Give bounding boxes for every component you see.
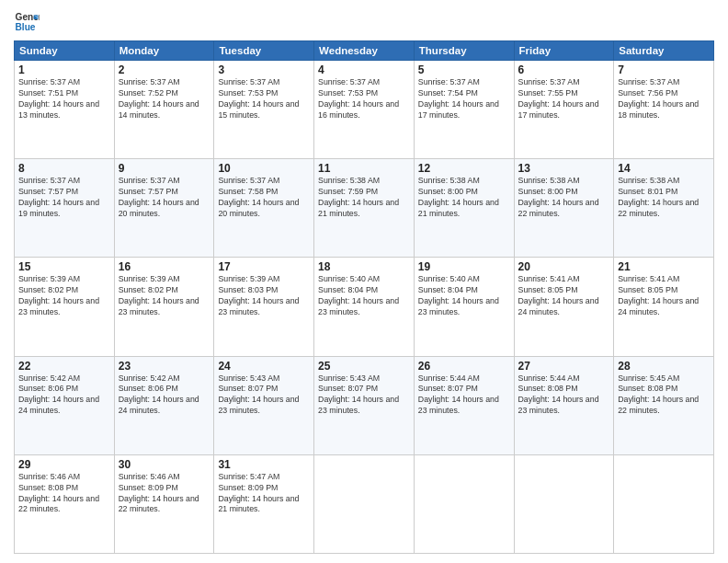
cell-day-number: 31 xyxy=(218,458,310,471)
cell-day-number: 29 xyxy=(18,458,110,471)
cell-details: Sunrise: 5:40 AMSunset: 8:04 PMDaylight:… xyxy=(418,274,510,318)
cell-details: Sunrise: 5:45 AMSunset: 8:08 PMDaylight:… xyxy=(618,373,710,418)
empty-cell xyxy=(514,454,614,553)
cell-day-number: 4 xyxy=(318,63,410,76)
calendar-cell-4: 4Sunrise: 5:37 AMSunset: 7:53 PMDaylight… xyxy=(314,61,415,159)
empty-cell xyxy=(614,454,714,553)
calendar-cell-18: 18Sunrise: 5:40 AMSunset: 8:04 PMDayligh… xyxy=(314,258,415,356)
day-header-saturday: Saturday xyxy=(614,41,714,61)
cell-day-number: 8 xyxy=(18,162,110,175)
cell-details: Sunrise: 5:38 AMSunset: 8:01 PMDaylight:… xyxy=(618,176,710,220)
calendar-cell-20: 20Sunrise: 5:41 AMSunset: 8:05 PMDayligh… xyxy=(514,258,614,356)
logo-icon: General Blue xyxy=(14,9,40,35)
calendar-cell-11: 11Sunrise: 5:38 AMSunset: 7:59 PMDayligh… xyxy=(314,159,415,258)
day-header-wednesday: Wednesday xyxy=(314,41,415,61)
page: General Blue SundayMondayTuesdayWednesda… xyxy=(0,0,728,563)
cell-day-number: 7 xyxy=(618,63,710,76)
cell-day-number: 17 xyxy=(218,260,310,273)
cell-day-number: 12 xyxy=(418,162,510,175)
calendar-cell-10: 10Sunrise: 5:37 AMSunset: 7:58 PMDayligh… xyxy=(214,159,314,258)
calendar-cell-1: 1Sunrise: 5:37 AMSunset: 7:51 PMDaylight… xyxy=(15,61,115,159)
calendar-cell-5: 5Sunrise: 5:37 AMSunset: 7:54 PMDaylight… xyxy=(414,61,514,159)
calendar-cell-9: 9Sunrise: 5:37 AMSunset: 7:57 PMDaylight… xyxy=(114,159,214,258)
cell-details: Sunrise: 5:38 AMSunset: 8:00 PMDaylight:… xyxy=(418,176,510,220)
calendar-table: SundayMondayTuesdayWednesdayThursdayFrid… xyxy=(14,40,714,554)
cell-day-number: 30 xyxy=(119,458,210,471)
cell-details: Sunrise: 5:39 AMSunset: 8:02 PMDaylight:… xyxy=(119,274,210,318)
calendar-cell-26: 26Sunrise: 5:44 AMSunset: 8:07 PMDayligh… xyxy=(414,356,514,454)
cell-day-number: 27 xyxy=(518,360,610,373)
day-header-friday: Friday xyxy=(514,41,614,61)
cell-details: Sunrise: 5:42 AMSunset: 8:06 PMDaylight:… xyxy=(18,373,110,418)
calendar-cell-15: 15Sunrise: 5:39 AMSunset: 8:02 PMDayligh… xyxy=(15,258,115,356)
cell-day-number: 15 xyxy=(18,260,110,273)
cell-details: Sunrise: 5:44 AMSunset: 8:08 PMDaylight:… xyxy=(518,373,610,418)
calendar-cell-25: 25Sunrise: 5:43 AMSunset: 8:07 PMDayligh… xyxy=(314,356,415,454)
calendar-cell-29: 29Sunrise: 5:46 AMSunset: 8:08 PMDayligh… xyxy=(15,454,115,553)
cell-day-number: 18 xyxy=(318,260,410,273)
cell-details: Sunrise: 5:41 AMSunset: 8:05 PMDaylight:… xyxy=(618,274,710,318)
calendar-body: 1Sunrise: 5:37 AMSunset: 7:51 PMDaylight… xyxy=(15,61,714,554)
day-header-sunday: Sunday xyxy=(15,41,115,61)
logo: General Blue xyxy=(14,9,40,35)
cell-day-number: 24 xyxy=(218,360,310,373)
cell-details: Sunrise: 5:43 AMSunset: 8:07 PMDaylight:… xyxy=(318,373,410,418)
cell-details: Sunrise: 5:37 AMSunset: 7:53 PMDaylight:… xyxy=(218,77,310,121)
cell-day-number: 10 xyxy=(218,162,310,175)
cell-day-number: 26 xyxy=(418,360,510,373)
cell-details: Sunrise: 5:40 AMSunset: 8:04 PMDaylight:… xyxy=(318,274,410,318)
cell-day-number: 13 xyxy=(518,162,610,175)
cell-details: Sunrise: 5:37 AMSunset: 7:58 PMDaylight:… xyxy=(218,176,310,220)
header: General Blue xyxy=(14,9,714,35)
cell-details: Sunrise: 5:37 AMSunset: 7:57 PMDaylight:… xyxy=(119,176,210,220)
cell-details: Sunrise: 5:39 AMSunset: 8:03 PMDaylight:… xyxy=(218,274,310,318)
cell-day-number: 14 xyxy=(618,162,710,175)
cell-day-number: 25 xyxy=(318,360,410,373)
calendar-cell-12: 12Sunrise: 5:38 AMSunset: 8:00 PMDayligh… xyxy=(414,159,514,258)
cell-details: Sunrise: 5:37 AMSunset: 7:51 PMDaylight:… xyxy=(18,77,110,121)
calendar-week-0: 1Sunrise: 5:37 AMSunset: 7:51 PMDaylight… xyxy=(15,61,714,159)
calendar-cell-17: 17Sunrise: 5:39 AMSunset: 8:03 PMDayligh… xyxy=(214,258,314,356)
svg-text:Blue: Blue xyxy=(16,22,36,32)
cell-details: Sunrise: 5:46 AMSunset: 8:08 PMDaylight:… xyxy=(18,472,110,516)
calendar-cell-27: 27Sunrise: 5:44 AMSunset: 8:08 PMDayligh… xyxy=(514,356,614,454)
cell-day-number: 1 xyxy=(18,63,110,76)
cell-details: Sunrise: 5:37 AMSunset: 7:54 PMDaylight:… xyxy=(418,77,510,121)
cell-details: Sunrise: 5:42 AMSunset: 8:06 PMDaylight:… xyxy=(119,373,210,418)
cell-day-number: 5 xyxy=(418,63,510,76)
cell-details: Sunrise: 5:43 AMSunset: 8:07 PMDaylight:… xyxy=(218,373,310,418)
calendar-cell-13: 13Sunrise: 5:38 AMSunset: 8:00 PMDayligh… xyxy=(514,159,614,258)
empty-cell xyxy=(314,454,415,553)
calendar-cell-7: 7Sunrise: 5:37 AMSunset: 7:56 PMDaylight… xyxy=(614,61,714,159)
day-header-thursday: Thursday xyxy=(414,41,514,61)
cell-day-number: 28 xyxy=(618,360,710,373)
cell-day-number: 3 xyxy=(218,63,310,76)
cell-details: Sunrise: 5:47 AMSunset: 8:09 PMDaylight:… xyxy=(218,472,310,516)
cell-day-number: 9 xyxy=(119,162,210,175)
calendar-cell-30: 30Sunrise: 5:46 AMSunset: 8:09 PMDayligh… xyxy=(114,454,214,553)
cell-day-number: 20 xyxy=(518,260,610,273)
cell-details: Sunrise: 5:44 AMSunset: 8:07 PMDaylight:… xyxy=(418,373,510,418)
calendar-week-1: 8Sunrise: 5:37 AMSunset: 7:57 PMDaylight… xyxy=(15,159,714,258)
cell-details: Sunrise: 5:46 AMSunset: 8:09 PMDaylight:… xyxy=(119,472,210,516)
cell-day-number: 11 xyxy=(318,162,410,175)
calendar-cell-24: 24Sunrise: 5:43 AMSunset: 8:07 PMDayligh… xyxy=(214,356,314,454)
calendar-cell-19: 19Sunrise: 5:40 AMSunset: 8:04 PMDayligh… xyxy=(414,258,514,356)
cell-details: Sunrise: 5:37 AMSunset: 7:57 PMDaylight:… xyxy=(18,176,110,220)
calendar-cell-8: 8Sunrise: 5:37 AMSunset: 7:57 PMDaylight… xyxy=(15,159,115,258)
calendar-cell-22: 22Sunrise: 5:42 AMSunset: 8:06 PMDayligh… xyxy=(15,356,115,454)
cell-day-number: 19 xyxy=(418,260,510,273)
calendar-cell-28: 28Sunrise: 5:45 AMSunset: 8:08 PMDayligh… xyxy=(614,356,714,454)
calendar-cell-6: 6Sunrise: 5:37 AMSunset: 7:55 PMDaylight… xyxy=(514,61,614,159)
cell-details: Sunrise: 5:38 AMSunset: 7:59 PMDaylight:… xyxy=(318,176,410,220)
calendar-week-3: 22Sunrise: 5:42 AMSunset: 8:06 PMDayligh… xyxy=(15,356,714,454)
cell-details: Sunrise: 5:41 AMSunset: 8:05 PMDaylight:… xyxy=(518,274,610,318)
calendar-week-4: 29Sunrise: 5:46 AMSunset: 8:08 PMDayligh… xyxy=(15,454,714,553)
empty-cell xyxy=(414,454,514,553)
day-header-monday: Monday xyxy=(114,41,214,61)
calendar-week-2: 15Sunrise: 5:39 AMSunset: 8:02 PMDayligh… xyxy=(15,258,714,356)
cell-details: Sunrise: 5:37 AMSunset: 7:56 PMDaylight:… xyxy=(618,77,710,121)
calendar-cell-31: 31Sunrise: 5:47 AMSunset: 8:09 PMDayligh… xyxy=(214,454,314,553)
cell-details: Sunrise: 5:37 AMSunset: 7:53 PMDaylight:… xyxy=(318,77,410,121)
cell-day-number: 21 xyxy=(618,260,710,273)
